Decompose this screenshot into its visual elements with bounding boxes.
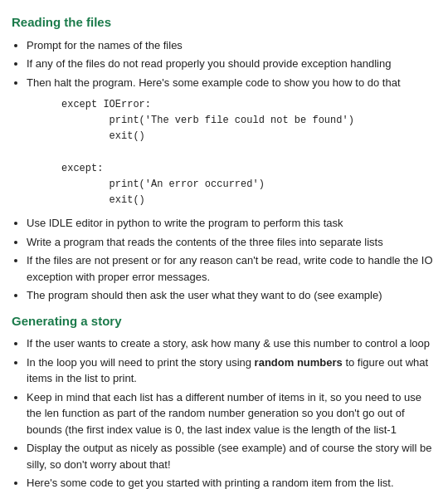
section-heading-generating: Generating a story — [12, 312, 436, 331]
section-heading-reading: Reading the files — [12, 13, 436, 32]
reading-bullet-1: Prompt for the names of the files — [27, 37, 436, 54]
generating-bullet-4: Display the output as nicely as possible… — [27, 440, 436, 472]
reading-bullet-3: Then halt the program. Here's some examp… — [27, 75, 436, 91]
reading-bullet-4: Use IDLE editor in python to write the p… — [27, 215, 436, 232]
reading-bullet-5: Write a program that reads the contents … — [27, 234, 436, 251]
reading-bullet-6: If the files are not present or for any … — [27, 252, 436, 285]
code-block-1: except IOError: print('The verb file cou… — [61, 97, 436, 208]
generating-bullet-2: In the loop you will need to print the s… — [27, 355, 436, 387]
generating-bullet-2-before: In the loop you will need to print the s… — [27, 356, 255, 369]
generating-bullet-5: Here's some code to get you started with… — [27, 475, 436, 489]
reading-bullet-2: If any of the files do not read properly… — [27, 56, 436, 72]
generating-bullet-3: Keep in mind that each list has a differ… — [27, 389, 436, 438]
reading-bullet-7: The program should then ask the user wha… — [27, 287, 436, 304]
generating-bullet-2-bold: random numbers — [255, 356, 343, 369]
reading-bullets-2: Use IDLE editor in python to write the p… — [27, 215, 436, 304]
reading-bullets-1: Prompt for the names of the files If any… — [27, 37, 436, 91]
generating-bullets: If the user wants to create a story, ask… — [27, 335, 436, 489]
generating-bullet-1: If the user wants to create a story, ask… — [27, 335, 436, 352]
